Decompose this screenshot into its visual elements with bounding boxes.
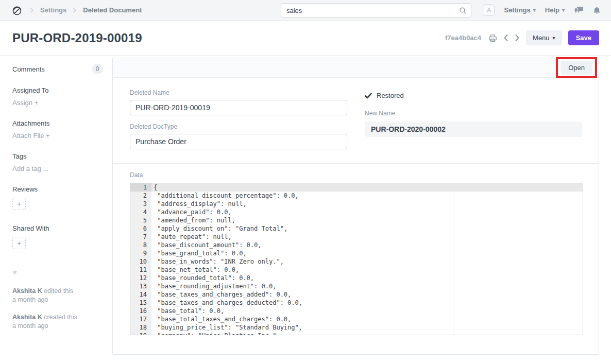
code-line-text: "base_grand_total": 0.0, xyxy=(151,249,247,257)
reviews-section: Reviews + xyxy=(12,185,103,210)
search-icon[interactable] xyxy=(459,7,467,14)
breadcrumb-settings[interactable]: Settings xyxy=(40,6,66,14)
share-button[interactable]: + xyxy=(12,237,26,249)
editor-line[interactable]: 15 "base_taxes_and_charges_deducted": 0.… xyxy=(130,299,583,307)
line-number: 2 xyxy=(130,192,151,200)
deleted-doctype-label: Deleted DocType xyxy=(130,123,347,130)
prev-doc-icon[interactable] xyxy=(503,34,508,42)
add-tag-input[interactable]: Add a tag ... xyxy=(12,165,103,172)
line-number: 5 xyxy=(130,216,151,224)
editor-line[interactable]: 1{ xyxy=(130,183,583,192)
deleted-name-field: Deleted Name xyxy=(130,89,347,115)
editor-line[interactable]: 18 "buying_price_list": "Standard Buying… xyxy=(130,323,583,332)
editor-line[interactable]: 3 "address_display": null, xyxy=(130,200,583,208)
deleted-name-input[interactable] xyxy=(130,100,347,115)
line-number: 10 xyxy=(130,257,151,266)
check-icon xyxy=(365,93,372,99)
comments-count-badge: 0 xyxy=(92,64,103,74)
deleted-doctype-field: Deleted DocType xyxy=(130,123,347,149)
editor-line[interactable]: 16 "base_total": 0.0, xyxy=(130,307,583,315)
code-line-text: "base_rounding_adjustment": 0.0, xyxy=(151,282,276,290)
editor-line[interactable]: 11 "base_net_total": 0.0, xyxy=(130,266,583,274)
next-doc-icon[interactable] xyxy=(515,34,520,42)
attachments-section: Attachments Attach File + xyxy=(12,119,103,140)
editor-line[interactable]: 12 "base_rounded_total": 0.0, xyxy=(130,274,583,282)
menu-button-label: Menu xyxy=(533,34,550,41)
settings-menu[interactable]: Settings ▾ xyxy=(504,6,535,14)
code-line-text: "auto_repeat": null, xyxy=(151,233,232,241)
line-number: 18 xyxy=(130,323,151,332)
editor-line[interactable]: 6 "apply_discount_on": "Grand Total", xyxy=(130,224,583,233)
form-sidebar: Comments 0 Assigned To Assign + Attachme… xyxy=(12,57,103,339)
print-icon[interactable] xyxy=(488,34,497,42)
notifications-bell-icon[interactable] xyxy=(593,6,601,14)
code-line-text: "base_total_taxes_and_charges": 0.0, xyxy=(151,315,291,323)
comments-label: Comments xyxy=(12,65,45,73)
line-number: 9 xyxy=(130,249,151,257)
editor-line[interactable]: 2 "additional_discount_percentage": 0.0, xyxy=(130,192,583,200)
editor-line[interactable]: 19 "company": "Unico Plastics Inc.", xyxy=(130,332,583,335)
editor-line[interactable]: 4 "advance_paid": 0.0, xyxy=(130,208,583,216)
line-number: 16 xyxy=(130,307,151,315)
editor-line[interactable]: 9 "base_grand_total": 0.0, xyxy=(130,249,583,257)
activity-created[interactable]: Akshita K created this a month ago xyxy=(12,313,103,331)
data-section: Data 1{2 "additional_discount_percentage… xyxy=(113,163,599,351)
code-line-text: "base_discount_amount": 0.0, xyxy=(151,241,262,249)
activity-time: a month ago xyxy=(12,296,103,304)
editor-line[interactable]: 5 "amended_from": null, xyxy=(130,216,583,224)
editor-line[interactable]: 7 "auto_repeat": null, xyxy=(130,233,583,241)
code-line-text: "base_in_words": "INR Zero only.", xyxy=(151,257,284,266)
new-name-value: PUR-ORD-2020-00002 xyxy=(365,122,582,137)
editor-line[interactable]: 17 "base_total_taxes_and_charges": 0.0, xyxy=(130,315,583,323)
code-line-text: "base_rounded_total": 0.0, xyxy=(151,274,254,282)
global-search[interactable] xyxy=(281,3,471,18)
help-menu-label: Help xyxy=(545,6,559,14)
help-menu[interactable]: Help ▾ xyxy=(545,6,565,14)
attach-file-button[interactable]: Attach File + xyxy=(12,132,103,140)
reviews-heading: Reviews xyxy=(12,185,103,193)
restored-checkbox[interactable]: Restored xyxy=(365,92,582,99)
line-number: 19 xyxy=(130,332,151,335)
editor-line[interactable]: 10 "base_in_words": "INR Zero only.", xyxy=(130,257,583,266)
assigned-to-section: Assigned To Assign + xyxy=(12,86,103,107)
shared-with-section: Shared With + xyxy=(12,224,103,249)
app-logo-icon[interactable] xyxy=(11,5,24,16)
add-review-button[interactable]: + xyxy=(12,198,26,210)
user-avatar[interactable]: A xyxy=(483,4,495,16)
deleted-doctype-input[interactable] xyxy=(130,134,347,149)
activity-edited[interactable]: Akshita K edited this a month ago xyxy=(12,287,103,304)
line-number: 11 xyxy=(130,266,151,274)
form-fields-section: Deleted Name Deleted DocType Restored Ne… xyxy=(113,78,599,163)
json-code-editor[interactable]: 1{2 "additional_discount_percentage": 0.… xyxy=(130,183,583,335)
code-line-text: "apply_discount_on": "Grand Total", xyxy=(151,224,287,233)
save-button[interactable]: Save xyxy=(568,30,599,45)
line-number: 13 xyxy=(130,282,151,290)
activity-action: created this xyxy=(44,314,77,321)
menu-button[interactable]: Menu ▾ xyxy=(526,30,562,45)
chat-icon[interactable] xyxy=(574,6,584,14)
editor-line[interactable]: 8 "base_discount_amount": 0.0, xyxy=(130,241,583,249)
comments-link[interactable]: Comments 0 xyxy=(12,64,103,74)
editor-line[interactable]: 13 "base_rounding_adjustment": 0.0, xyxy=(130,282,583,290)
line-number: 17 xyxy=(130,315,151,323)
code-line-text: "address_display": null, xyxy=(151,200,247,208)
navbar: Settings Deleted Document A Settings ▾ H… xyxy=(0,0,611,21)
breadcrumb-deleted-document[interactable]: Deleted Document xyxy=(83,6,142,14)
code-line-text: "advance_paid": 0.0, xyxy=(151,208,232,216)
editor-line[interactable]: 14 "base_taxes_and_charges_added": 0.0, xyxy=(130,290,583,299)
assign-button[interactable]: Assign + xyxy=(12,99,103,107)
code-line-text: "company": "Unico Plastics Inc.", xyxy=(151,332,280,335)
line-number: 14 xyxy=(130,290,151,299)
settings-menu-label: Settings xyxy=(504,6,530,14)
activity-user: Akshita K xyxy=(12,287,42,294)
code-line-text: "base_total": 0.0, xyxy=(151,307,224,315)
tags-section: Tags Add a tag ... xyxy=(12,152,103,172)
chevron-down-icon: ▾ xyxy=(562,8,565,13)
like-heart-icon[interactable]: ♥ xyxy=(12,268,103,276)
code-line-text: "base_net_total": 0.0, xyxy=(151,266,239,274)
activity-user: Akshita K xyxy=(12,314,42,321)
search-input[interactable] xyxy=(286,7,459,14)
code-line-text: "amended_from": null, xyxy=(151,216,235,224)
open-status-button[interactable]: Open xyxy=(561,61,592,75)
line-number: 1 xyxy=(130,183,151,192)
